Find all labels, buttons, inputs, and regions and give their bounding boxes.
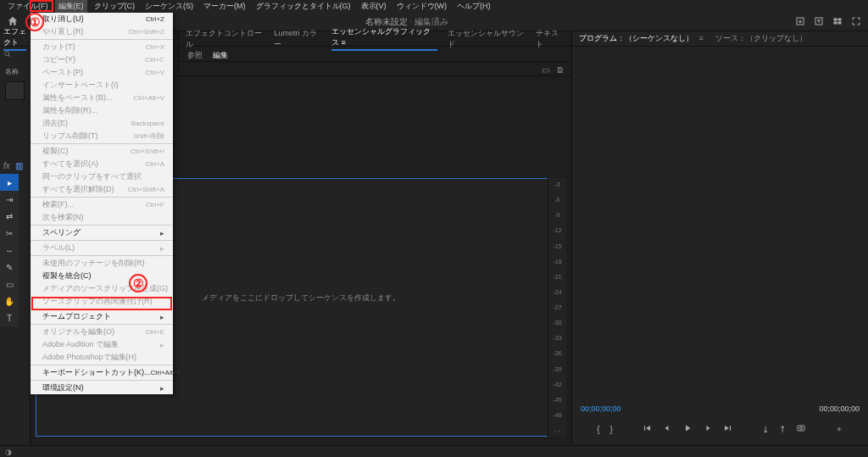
- edit-menu-item-12: 複製(C)Ctrl+Shift+/: [31, 145, 173, 158]
- new-item-icon[interactable]: 🗎: [556, 65, 565, 75]
- menu-item-2[interactable]: クリップ(C): [91, 0, 139, 13]
- edit-menu-item-label: オリジナルを編集(O): [42, 326, 114, 337]
- edit-menu-item-shortcut: Shift+削除: [133, 131, 164, 141]
- new-folder-icon[interactable]: ▭: [542, 65, 549, 75]
- edit-menu-item-7: 属性をペースト(B)...Ctrl+Alt+V: [31, 92, 173, 104]
- button-editor-icon[interactable]: ＋: [835, 423, 843, 435]
- timecode-in[interactable]: 00;00;00;00: [581, 404, 621, 413]
- left-column: エフェクト 名称 fx ▥ ▸ ⇥ ⇄ ✂ ↔ ✎ ▭ ✋ T: [0, 31, 31, 445]
- meter-tick: -30: [548, 320, 566, 326]
- submenu-arrow-icon: ▸: [160, 244, 164, 253]
- workspace-layout-icon[interactable]: ▥: [15, 161, 23, 170]
- menu-item-1[interactable]: 編集(E): [55, 0, 87, 13]
- tools-rail: ▸ ⇥ ⇄ ✂ ↔ ✎ ▭ ✋ T: [0, 174, 19, 326]
- menu-item-0[interactable]: ファイル(F): [4, 0, 52, 13]
- edit-menu-item-22: ラベル(L)▸: [31, 242, 173, 254]
- meter-tick: -39: [548, 366, 566, 372]
- go-to-out-icon[interactable]: [723, 423, 733, 435]
- workspace-icon[interactable]: [832, 16, 843, 28]
- edit-menu-item-37[interactable]: 環境設定(N)▸: [31, 382, 173, 394]
- svg-rect-4: [834, 21, 837, 24]
- menu-separator: [31, 255, 173, 256]
- edit-menu-item-10: リップル削除(T)Shift+削除: [31, 130, 173, 142]
- edit-menu-item-15: すべてを選択解除(D)Ctrl+Shift+A: [31, 183, 173, 196]
- edit-menu-item-shortcut: Ctrl+F: [146, 201, 164, 209]
- edit-menu-item-6: インサートペースト(I): [31, 79, 173, 92]
- step-back-icon[interactable]: [662, 423, 672, 435]
- edit-menu-item-shortcut: Ctrl+Alt+V: [134, 94, 164, 102]
- ripple-tool-icon[interactable]: ⇄: [0, 208, 19, 225]
- mark-in-icon[interactable]: {: [597, 425, 599, 434]
- eg-subtabs: 参照編集: [179, 47, 571, 62]
- edit-menu-item-shortcut: Ctrl+X: [146, 43, 164, 51]
- edit-menu-item-24: 未使用のフッテージを削除(R): [31, 257, 173, 270]
- menu-item-7[interactable]: ウィンドウ(W): [393, 0, 451, 13]
- menu-item-3[interactable]: シーケンス(S): [142, 0, 197, 13]
- effects-list[interactable]: [5, 81, 25, 100]
- type-tool-icon[interactable]: T: [0, 309, 19, 326]
- transport-controls: { } ⤓ ⤒ ＋: [572, 413, 868, 445]
- step-forward-icon[interactable]: [703, 423, 713, 435]
- effects-search[interactable]: [0, 47, 30, 62]
- meter-tick: -42: [548, 382, 566, 387]
- status-indicator-icon: ◑: [5, 448, 12, 456]
- play-icon[interactable]: [682, 423, 693, 435]
- export-icon[interactable]: [814, 16, 824, 28]
- export-frame-icon[interactable]: [796, 423, 806, 435]
- edit-menu-item-label: 検索(F)...: [42, 199, 74, 210]
- edit-menu-item-shortcut: Backspace: [131, 120, 164, 127]
- list-header: 名称: [0, 62, 30, 78]
- edit-menu-item-label: カット(T): [42, 42, 75, 53]
- fx-icon[interactable]: fx: [3, 161, 10, 170]
- tab-source[interactable]: ソース：（クリップなし）: [715, 33, 807, 44]
- extract-icon[interactable]: ⤒: [779, 425, 786, 434]
- menu-item-5[interactable]: グラフィックとタイトル(G): [253, 0, 354, 13]
- menu-item-4[interactable]: マーカー(M): [200, 0, 249, 13]
- edit-menu-item-label: 属性を削除(R)...: [42, 105, 97, 116]
- edit-menu-item-20[interactable]: スペリング▸: [31, 226, 173, 239]
- status-bar: ◑: [0, 445, 868, 457]
- edit-menu-item-0[interactable]: 取り消し(U)Ctrl+Z: [31, 13, 173, 25]
- submenu-arrow-icon: ▸: [160, 341, 164, 349]
- edit-menu-item-25[interactable]: 複製を統合(C): [31, 270, 173, 282]
- edit-menu-item-35[interactable]: キーボードショートカット(K)...Ctrl+Alt+K: [31, 366, 173, 379]
- fullscreen-icon[interactable]: [851, 16, 861, 28]
- mark-out-icon[interactable]: }: [610, 425, 613, 434]
- menu-separator: [31, 197, 173, 198]
- razor-tool-icon[interactable]: ✂: [0, 225, 19, 242]
- meter-tick: -45: [548, 397, 566, 403]
- submenu-arrow-icon: ▸: [160, 229, 164, 237]
- tab-program[interactable]: プログラム：（シーケンスなし） ≡: [579, 33, 704, 44]
- menu-item-6[interactable]: 表示(V): [358, 0, 390, 13]
- menu-separator: [31, 380, 173, 381]
- edit-menu-item-label: Adobe Audition で編集: [42, 339, 119, 350]
- edit-menu-item-shortcut: Ctrl+E: [146, 328, 164, 336]
- svg-rect-2: [834, 18, 837, 20]
- slip-tool-icon[interactable]: ↔: [0, 242, 19, 259]
- edit-menu-item-shortcut: Ctrl+Shift+A: [128, 186, 164, 193]
- go-to-in-icon[interactable]: [642, 423, 652, 435]
- menu-separator: [31, 39, 173, 40]
- edit-menu-item-31: オリジナルを編集(O)Ctrl+E: [31, 326, 173, 338]
- edit-menu-item-29[interactable]: チームプロジェクト▸: [31, 310, 173, 323]
- menu-item-8[interactable]: ヘルプ(H): [453, 0, 494, 13]
- edit-menu-item-label: 同一のクリップをすべて選択: [42, 171, 142, 182]
- hand-tool-icon[interactable]: ✋: [0, 293, 19, 309]
- selection-tool-icon[interactable]: ▸: [0, 174, 19, 191]
- edit-menu-item-label: すべてを選択(A): [42, 159, 98, 170]
- pen-tool-icon[interactable]: ✎: [0, 259, 19, 276]
- menu-separator: [31, 365, 173, 365]
- import-icon[interactable]: [795, 16, 805, 28]
- rectangle-tool-icon[interactable]: ▭: [0, 276, 19, 293]
- eg-subtab-1[interactable]: 編集: [213, 50, 228, 61]
- edit-menu-item-33: Adobe Photoshopで編集(H): [31, 351, 173, 364]
- track-select-tool-icon[interactable]: ⇥: [0, 191, 19, 208]
- edit-menu-item-label: ペースト(P): [42, 67, 83, 78]
- submenu-arrow-icon: ▸: [160, 313, 164, 321]
- edit-menu-item-3: カット(T)Ctrl+X: [31, 41, 173, 53]
- lift-icon[interactable]: ⤓: [762, 425, 769, 434]
- edit-menu-item-9: 消去(E)Backspace: [31, 117, 173, 130]
- eg-subtab-0[interactable]: 参照: [187, 50, 203, 61]
- edit-menu-item-8: 属性を削除(R)...: [31, 104, 173, 117]
- meter-tick: -18: [548, 259, 566, 265]
